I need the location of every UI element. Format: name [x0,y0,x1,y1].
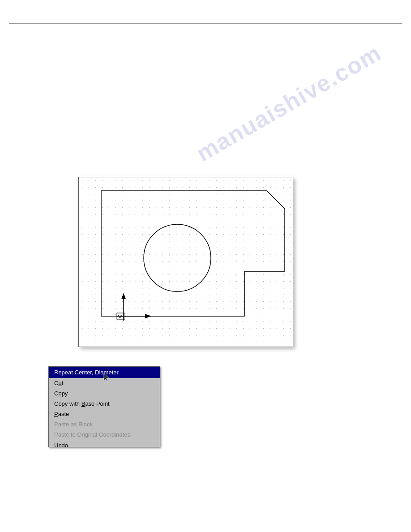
context-menu-item-undo[interactable]: Undo [49,440,160,447]
underline-b: B [81,400,86,407]
underline-u: u [58,380,61,386]
context-menu-item-copy[interactable]: Copy [49,388,160,399]
context-menu-item-repeat-center-diameter[interactable]: Repeat Center, Diameter [49,367,160,378]
watermark: manuaishive.com [192,39,386,167]
repeat-center-diameter-label: Repeat Center, Diameter [54,369,119,376]
context-menu-item-paste[interactable]: Paste [49,409,160,419]
underline-o: o [58,390,61,397]
context-menu-item-cut[interactable]: Cut [49,378,160,388]
svg-rect-1 [79,177,293,347]
svg-text:–: – [114,312,116,316]
top-divider [9,23,402,24]
context-menu-item-paste-to-original-coordinates: Paste to Original Coordinates [49,429,160,440]
svg-text:W: W [118,314,122,319]
dot-grid: W – [79,177,293,347]
context-menu-item-copy-with-base-point[interactable]: Copy with Base Point [49,399,160,409]
underline-r: R [54,369,58,376]
context-menu: Repeat Center, Diameter Cut Copy Copy wi… [48,366,160,447]
cad-canvas: W – [78,177,293,347]
underline-p: P [54,411,58,417]
context-menu-item-paste-as-block: Paste as Block [49,419,160,429]
